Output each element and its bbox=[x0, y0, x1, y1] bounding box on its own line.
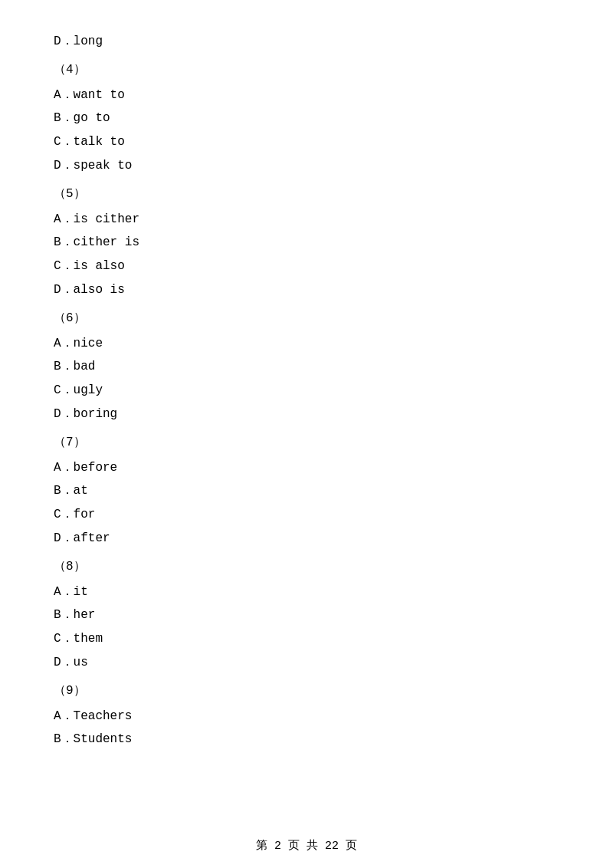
d-after: D．after bbox=[54, 528, 559, 550]
c-talk-to: C．talk to bbox=[54, 131, 559, 153]
b-at: B．at bbox=[54, 480, 559, 502]
a-teachers: A．Teachers bbox=[54, 705, 559, 728]
d-also-is: D．also is bbox=[54, 279, 559, 301]
a-want-to: A．want to bbox=[54, 84, 559, 107]
b-her: B．her bbox=[54, 604, 559, 626]
page-number: 第 2 页 共 22 页 bbox=[256, 840, 357, 853]
d-long: D．long bbox=[54, 31, 559, 53]
a-nice: A．nice bbox=[54, 333, 559, 355]
q4: （4） bbox=[54, 59, 559, 81]
q5: （5） bbox=[54, 183, 559, 205]
d-boring: D．boring bbox=[54, 403, 559, 426]
d-us: D．us bbox=[54, 652, 559, 674]
main-content: D．long（4）A．want toB．go toC．talk toD．spea… bbox=[0, 0, 613, 798]
c-them: C．them bbox=[54, 628, 559, 650]
b-bad: B．bad bbox=[54, 356, 559, 378]
q7: （7） bbox=[54, 432, 559, 454]
c-for: C．for bbox=[54, 504, 559, 526]
q6: （6） bbox=[54, 307, 559, 330]
q9: （9） bbox=[54, 680, 559, 702]
d-speak-to: D．speak to bbox=[54, 155, 559, 177]
a-before: A．before bbox=[54, 457, 559, 479]
c-is-also: C．is also bbox=[54, 255, 559, 278]
a-it: A．it bbox=[54, 581, 559, 603]
b-cither-is: B．cither is bbox=[54, 232, 559, 254]
a-is-cither: A．is cither bbox=[54, 209, 559, 231]
c-ugly: C．ugly bbox=[54, 380, 559, 402]
page-footer: 第 2 页 共 22 页 bbox=[0, 838, 613, 853]
q8: （8） bbox=[54, 556, 559, 578]
b-students: B．Students bbox=[54, 728, 559, 751]
b-go-to: B．go to bbox=[54, 107, 559, 130]
